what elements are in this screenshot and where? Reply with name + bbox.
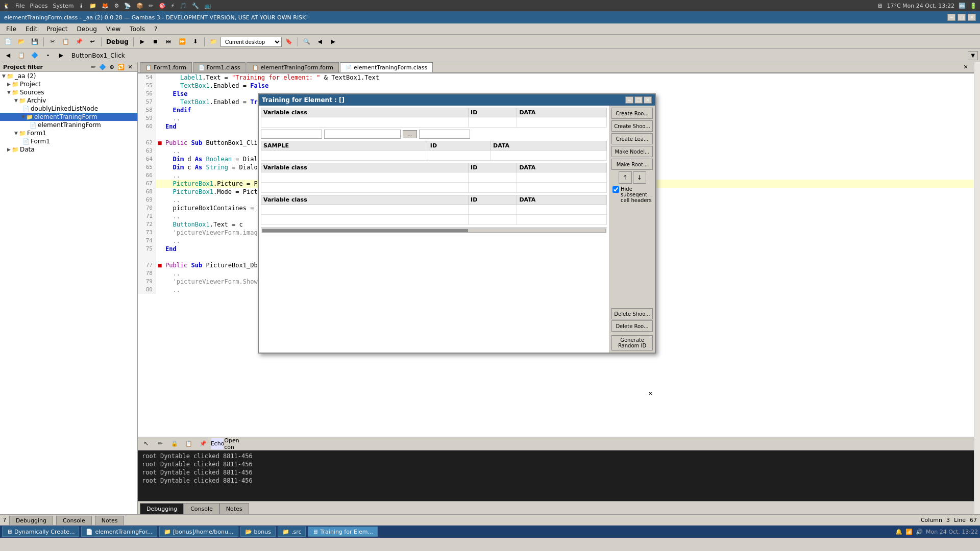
- search-btn[interactable]: 🔍: [301, 36, 313, 47]
- close-button[interactable]: ✕: [968, 14, 976, 21]
- dot-btn[interactable]: •: [42, 50, 54, 61]
- dialog-title-buttons: − □ ✕: [625, 96, 652, 104]
- echo-btn[interactable]: Echo: [211, 438, 224, 449]
- tree-item-elementtraning-folder[interactable]: ▼ 📁 elementTraningForm: [0, 113, 137, 121]
- taskbar-item-4[interactable]: 📂 bonus: [240, 527, 276, 537]
- tab-notes[interactable]: Notes: [219, 503, 249, 514]
- delete-roo-btn[interactable]: Delete Roo...: [611, 320, 653, 332]
- save-btn[interactable]: 💾: [29, 36, 41, 47]
- hide-checkbox[interactable]: [612, 186, 619, 193]
- copy2-btn[interactable]: 📋: [183, 438, 195, 449]
- cut-btn[interactable]: ✂: [46, 36, 59, 47]
- menu-project[interactable]: Project: [42, 24, 71, 34]
- paste2-btn[interactable]: 📌: [197, 438, 209, 449]
- sidebar-toggle-btn[interactable]: ◀: [2, 50, 14, 61]
- status-console-tab[interactable]: Console: [56, 516, 92, 525]
- dialog-minimize-btn[interactable]: −: [625, 96, 633, 104]
- step-into-btn[interactable]: ⬇: [189, 36, 202, 47]
- taskbar-item-3[interactable]: 📁 [bonus]/home/bonu...: [159, 527, 238, 537]
- folder-btn[interactable]: 📁: [207, 36, 219, 47]
- create-lea-btn[interactable]: Create Lea...: [611, 133, 653, 144]
- up-arrow-btn[interactable]: ↑: [619, 171, 632, 184]
- paste-btn[interactable]: 📌: [73, 36, 85, 47]
- class-btn[interactable]: 📋: [15, 50, 28, 61]
- class-icon: 📄: [22, 138, 30, 145]
- stop-btn[interactable]: ⏹: [150, 36, 162, 47]
- tab-elementtraning-class[interactable]: 📄 elementTraningForm.class: [340, 62, 433, 72]
- input-field-3[interactable]: [419, 130, 470, 139]
- dots-button[interactable]: ...: [403, 130, 417, 138]
- tree-item-project[interactable]: ▶ 📁 Project: [0, 80, 137, 88]
- sidebar-btn3[interactable]: ⊕: [108, 63, 116, 70]
- tree-item-archiv[interactable]: ▼ 📁 Archiv: [0, 96, 137, 105]
- status-debugging-tab[interactable]: Debugging: [9, 516, 53, 525]
- make-nodel-btn[interactable]: Make Nodel...: [611, 146, 653, 157]
- sidebar-btn2[interactable]: 🔷: [99, 63, 107, 70]
- sidebar-btn4[interactable]: 🔁: [117, 63, 125, 70]
- dialog-maximize-btn[interactable]: □: [634, 96, 643, 104]
- input-field-2[interactable]: [324, 130, 401, 139]
- pointer-btn[interactable]: ↖: [140, 438, 152, 449]
- tree-item-doublylinked[interactable]: 📄 doublyLinkedListNode: [0, 105, 137, 113]
- nav-back-btn[interactable]: ◀: [314, 36, 326, 47]
- menu-file[interactable]: File: [2, 24, 20, 34]
- create-shoo-btn[interactable]: Create Shoo...: [611, 120, 653, 132]
- lock-btn[interactable]: 🔒: [168, 438, 181, 449]
- taskbar-item-2[interactable]: 📄 elementTraningFor...: [81, 527, 157, 537]
- sidebar-close-btn[interactable]: ✕: [126, 63, 134, 70]
- pencil-btn[interactable]: ✏: [154, 438, 166, 449]
- tab-form1-form[interactable]: 📋 Form1.form: [140, 62, 192, 72]
- training-dialog[interactable]: Training for Element : [] − □ ✕ Variable…: [258, 93, 656, 354]
- tab-console[interactable]: Console: [184, 503, 219, 514]
- tab-form1-class[interactable]: 📄 Form1.class: [193, 62, 246, 72]
- delete-shoo-btn[interactable]: Delete Shoo...: [611, 308, 653, 319]
- menu-help[interactable]: ?: [150, 24, 161, 34]
- tree-item-form1-folder[interactable]: ▼ 📁 Form1: [0, 129, 137, 137]
- system-menu[interactable]: System: [53, 3, 74, 9]
- tree-item-root[interactable]: ▼ 📁 _aa (2): [0, 72, 137, 80]
- dialog-close-btn[interactable]: ✕: [644, 96, 652, 104]
- step-over-btn[interactable]: ⏩: [176, 36, 188, 47]
- tab-debugging[interactable]: Debugging: [140, 503, 184, 514]
- arrow-right-btn[interactable]: ▶: [55, 50, 67, 61]
- sidebar-edit-btn[interactable]: ✏: [89, 63, 97, 70]
- instance-btn[interactable]: 🔷: [29, 50, 41, 61]
- method-dropdown-btn[interactable]: ▼: [968, 51, 978, 60]
- tree-item-data[interactable]: ▶ 📁 Data: [0, 145, 137, 154]
- status-notes-tab[interactable]: Notes: [95, 516, 125, 525]
- nav-fwd-btn[interactable]: ▶: [327, 36, 339, 47]
- tree-item-form1-file[interactable]: 📄 Form1: [0, 137, 137, 145]
- menu-view[interactable]: View: [102, 24, 125, 34]
- input-field-1[interactable]: [261, 130, 322, 139]
- open-btn[interactable]: 📂: [15, 36, 28, 47]
- open-con-btn[interactable]: Open con: [226, 438, 238, 449]
- minimize-button[interactable]: −: [947, 14, 955, 21]
- down-arrow-btn[interactable]: ↓: [633, 171, 646, 184]
- generate-random-id-btn[interactable]: Generate Random ID: [611, 335, 653, 350]
- places-menu[interactable]: Places: [30, 3, 47, 9]
- tab-elementtraning-form[interactable]: 📋 elementTraningForm.form: [247, 62, 339, 72]
- tree-item-sources[interactable]: ▼ 📁 Sources: [0, 88, 137, 96]
- applications-menu[interactable]: File: [15, 3, 24, 9]
- maximize-button[interactable]: □: [958, 14, 966, 21]
- class-icon: 📄: [199, 65, 205, 70]
- tab-close-btn[interactable]: ✕: [960, 62, 972, 72]
- create-roo-btn[interactable]: Create Roo...: [611, 108, 653, 119]
- taskbar-item-1[interactable]: 🖥 Dynamically Create...: [2, 527, 79, 537]
- new-btn[interactable]: 📄: [2, 36, 14, 47]
- step-btn[interactable]: ⏭: [163, 36, 175, 47]
- taskbar-item-5[interactable]: 📁 .src: [278, 527, 306, 537]
- dialog-scrollbar[interactable]: [261, 227, 607, 233]
- run-btn[interactable]: ▶: [136, 36, 149, 47]
- desktop-selector[interactable]: Current desktop: [220, 37, 282, 47]
- bookmark-btn[interactable]: 🔖: [283, 36, 295, 47]
- menu-edit[interactable]: Edit: [21, 24, 41, 34]
- make-root-btn[interactable]: Make Root...: [611, 159, 653, 170]
- line-number: 65: [138, 163, 156, 171]
- menu-debug[interactable]: Debug: [72, 24, 101, 34]
- copy-btn[interactable]: 📋: [60, 36, 72, 47]
- tree-item-elementtraning-file[interactable]: 📄 elementTraningForm: [0, 121, 137, 129]
- undo-btn[interactable]: ↩: [86, 36, 99, 47]
- menu-tools[interactable]: Tools: [126, 24, 149, 34]
- taskbar-item-6[interactable]: 🖥 Training for Elem...: [308, 527, 378, 537]
